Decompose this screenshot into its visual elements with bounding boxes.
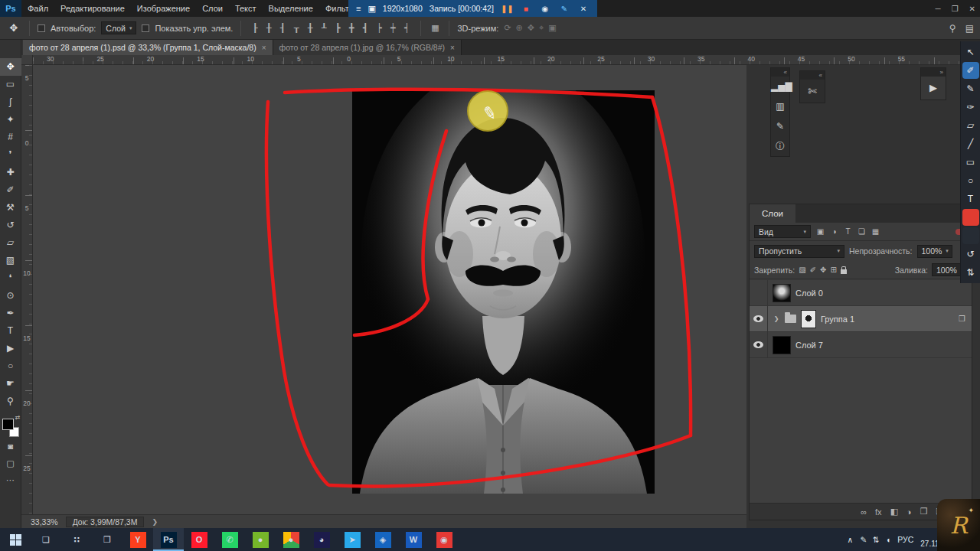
eraser-tool[interactable]: ▱	[0, 234, 21, 252]
menu-item[interactable]: Текст	[229, 0, 263, 17]
taskview-icon[interactable]: ❏	[31, 528, 61, 551]
brush-tool[interactable]: ✐	[0, 181, 21, 199]
brush-settings-panel-icon[interactable]: ✎	[771, 116, 789, 136]
filter-type-icon[interactable]: T	[842, 227, 854, 236]
status-options-chevron[interactable]: ❯	[152, 518, 158, 526]
dodge-tool[interactable]: ⊙	[0, 287, 21, 305]
minimize-button[interactable]: ─	[936, 5, 941, 13]
gradient-tool[interactable]: ▧	[0, 252, 21, 269]
close-icon[interactable]: ×	[262, 44, 266, 52]
lock-transparency-icon[interactable]: ▨	[799, 266, 805, 274]
mask-badge-icon[interactable]: ❒	[959, 315, 965, 323]
info-panel-icon[interactable]: ⓘ	[771, 136, 789, 156]
menu-item[interactable]: Файл	[21, 0, 54, 17]
green-app-icon[interactable]: ●	[245, 528, 276, 551]
healing-brush-tool[interactable]: ✚	[0, 164, 21, 181]
move-tool[interactable]: ✥	[0, 58, 21, 76]
scroll-tool[interactable]: ⇅	[962, 264, 979, 281]
show-transform-controls-checkbox[interactable]	[142, 24, 149, 32]
edit-toolbar-icon[interactable]: ⋯	[0, 471, 21, 488]
layer-row-sloy-7[interactable]: Слой 7	[750, 332, 972, 358]
marker-tool[interactable]: ✑	[962, 99, 979, 116]
undo-tool[interactable]: ↺	[962, 246, 979, 262]
start-button[interactable]	[0, 528, 31, 551]
threed-mode-button[interactable]: ⊕	[516, 23, 523, 33]
layer-thumbnail[interactable]	[773, 284, 791, 302]
tray-pen-icon[interactable]: ✎	[860, 535, 867, 544]
align-button[interactable]: ┰	[290, 23, 302, 33]
collapse-icon[interactable]: «	[771, 68, 789, 77]
zoom-tool[interactable]: ⚲	[0, 393, 21, 410]
visibility-toggle[interactable]	[750, 280, 768, 306]
blue-app-icon[interactable]: ◈	[368, 528, 398, 551]
lock-all-icon[interactable]	[841, 269, 847, 274]
lock-paint-icon[interactable]: ✐	[810, 266, 816, 274]
adjustment-layer-icon[interactable]: ◑	[906, 507, 912, 517]
play-action-button[interactable]: ▶	[921, 77, 946, 99]
pause-recording-button[interactable]: ❚❚	[501, 5, 513, 13]
apps-grid-icon[interactable]: ∷	[61, 528, 92, 551]
red-color-swatch[interactable]	[962, 209, 979, 226]
recorder-menu-icon[interactable]: ≡	[356, 4, 361, 13]
type-tool[interactable]: T	[0, 322, 21, 340]
hand-tool[interactable]: ☛	[0, 375, 21, 393]
quick-mask-icon[interactable]: ◙	[0, 438, 21, 455]
close-icon[interactable]: ×	[450, 44, 455, 52]
language-indicator[interactable]: РУС	[897, 535, 913, 544]
network-icon[interactable]: ⇅	[873, 535, 880, 544]
new-group-icon[interactable]: ❒	[920, 507, 928, 517]
filter-smart-object-icon[interactable]: ▦	[870, 227, 881, 236]
layer-row-sloy-0[interactable]: Слой 0	[750, 280, 972, 306]
collapse-icon[interactable]: »	[921, 68, 946, 77]
ellipse-tool[interactable]: ○	[0, 357, 21, 375]
opera-icon[interactable]: O	[184, 528, 214, 551]
blend-mode-select[interactable]: Пропустить ▾	[754, 245, 844, 258]
filter-shape-icon[interactable]: ❏	[856, 227, 867, 236]
search-icon[interactable]: ⚲	[949, 23, 956, 34]
marquee-tool[interactable]: ▭	[0, 76, 21, 93]
close-recorder-button[interactable]: ✕	[577, 5, 590, 13]
threed-mode-button[interactable]: ✥	[528, 23, 534, 33]
word-icon[interactable]: W	[398, 528, 429, 551]
swap-colors-icon[interactable]: ⇄	[15, 414, 21, 421]
menu-item[interactable]: Изображение	[131, 0, 196, 17]
lock-artboard-icon[interactable]: ⊞	[830, 266, 836, 274]
filter-adjustment-icon[interactable]: ◑	[828, 227, 840, 236]
annot-eraser-tool[interactable]: ▱	[962, 117, 979, 134]
crop-tool[interactable]: #	[0, 129, 21, 146]
annot-text-tool[interactable]: T	[962, 191, 979, 207]
channels-panel-icon[interactable]: ▥	[771, 96, 789, 116]
align-button[interactable]: ┝	[373, 23, 385, 33]
history-brush-tool[interactable]: ↺	[0, 217, 21, 234]
collapse-icon[interactable]: «	[800, 71, 825, 80]
restore-button[interactable]: ❐	[952, 5, 959, 13]
layer-mask-thumbnail[interactable]	[801, 310, 816, 328]
align-button[interactable]: ┫	[359, 23, 371, 33]
filter-kind-select[interactable]: Вид ▾	[754, 225, 811, 238]
foreground-color-swatch[interactable]	[2, 419, 14, 430]
chrome-icon[interactable]: ●	[276, 528, 306, 551]
file-explorer-icon[interactable]: ❒	[92, 528, 122, 551]
yandex-browser-icon[interactable]: Y	[122, 528, 153, 551]
pointer-tool[interactable]: ↖	[962, 44, 979, 60]
path-selection-tool[interactable]: ▶	[0, 340, 21, 357]
clone-stamp-tool[interactable]: ⚒	[0, 199, 21, 217]
visibility-toggle[interactable]	[750, 306, 768, 332]
blur-tool[interactable]: ❛	[0, 269, 21, 287]
align-button[interactable]: ┸	[318, 23, 330, 33]
menu-item[interactable]: Выделение	[263, 0, 319, 17]
autoselect-target-select[interactable]: Слой ▾	[101, 21, 136, 34]
autoselect-checkbox[interactable]	[38, 24, 45, 32]
zoom-level[interactable]: 33,33%	[31, 517, 58, 527]
align-button[interactable]: ┣	[332, 23, 344, 33]
tab-jpg-document[interactable]: фото от 28 апреля (1).jpg @ 16,7% (RGB/8…	[273, 40, 462, 55]
draw-button[interactable]: ✎	[558, 5, 570, 13]
canvas-viewport[interactable]: ✎	[33, 65, 746, 514]
screen-mode-icon[interactable]: ▢	[0, 455, 21, 471]
menu-item[interactable]: Слои	[196, 0, 229, 17]
tab-layers[interactable]: Слои	[750, 204, 795, 223]
lock-move-icon[interactable]: ✥	[820, 266, 826, 274]
camera-button[interactable]: ◉	[539, 5, 551, 13]
whatsapp-icon[interactable]: ✆	[214, 528, 245, 551]
record-app-icon[interactable]: ◉	[429, 528, 459, 551]
